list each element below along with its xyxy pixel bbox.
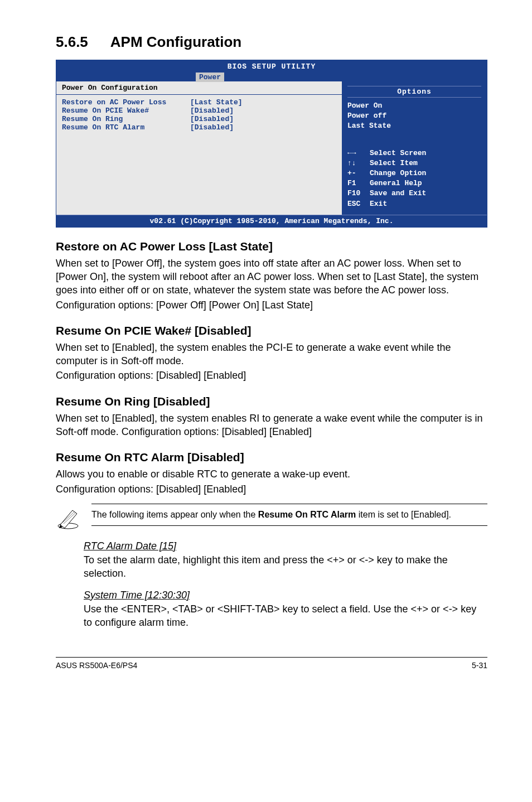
body-text: When set to [Power Off], the system goes… [56,257,487,297]
bios-row[interactable]: Resume On Ring [Disabled] [62,115,336,123]
note-bold: Resume On RTC Alarm [258,510,356,519]
bios-row-label: Restore on AC Power Loss [62,98,190,107]
bios-row[interactable]: Resume On RTC Alarm [Disabled] [62,123,336,132]
help-desc: General Help [370,178,422,189]
tab-power[interactable]: Power [196,73,224,82]
sub-item-body: To set the alarm date, highlight this it… [84,553,487,581]
bios-row-label: Resume On PCIE Wake# [62,107,190,115]
option-item: Last State [347,121,481,131]
bios-left-pane: Power On Configuration Restore on AC Pow… [56,81,342,215]
options-list: Power On Power off Last State [347,101,481,132]
help-key: F10 [347,189,370,199]
bios-footer: v02.61 (C)Copyright 1985-2010, American … [56,215,487,227]
bios-tabs: Power [56,73,487,81]
bios-row-value: [Disabled] [190,123,234,132]
help-key: F1 [347,178,370,189]
help-key: ↑↓ [347,158,370,168]
bios-right-pane: Options Power On Power off Last State ←→… [342,81,487,215]
note-callout: The following items appear only when the… [56,504,487,532]
help-desc: Exit [370,199,387,209]
bios-row-label: Resume On RTC Alarm [62,123,190,132]
left-panel-title: Power On Configuration [56,81,342,95]
subheading: Resume On Ring [Disabled] [56,395,487,408]
help-key: ESC [347,199,370,209]
body-text: When set to [Enabled], the system enable… [56,341,487,368]
bios-row-value: [Disabled] [190,115,234,123]
help-desc: Change Option [370,168,426,178]
options-header: Options [347,86,481,98]
section-number: 5.6.5 [56,33,88,51]
footer-left: ASUS RS500A-E6/PS4 [56,661,137,670]
body-text: When set to [Enabled], the system enable… [56,412,487,439]
note-text: The following items appear only when the… [91,504,487,526]
option-item: Power On [347,101,481,111]
note-text-a: The following items appear only when the [91,510,258,519]
bios-row-value: [Last State] [190,98,243,107]
bios-body: Power On Configuration Restore on AC Pow… [56,81,487,215]
option-item: Power off [347,111,481,121]
bios-row[interactable]: Resume On PCIE Wake# [Disabled] [62,107,336,115]
body-text: Configuration options: [Power Off] [Powe… [56,298,487,312]
footer-right: 5-31 [472,661,487,670]
bios-title: BIOS SETUP UTILITY [56,62,487,71]
sub-item-title: System Time [12:30:30] [84,590,487,601]
subheading: Resume On PCIE Wake# [Disabled] [56,324,487,337]
help-desc: Select Item [370,158,418,168]
help-key: +- [347,168,370,178]
bios-row-label: Resume On Ring [62,115,190,123]
help-legend: ←→Select Screen ↑↓Select Item +-Change O… [347,132,481,209]
page-footer: ASUS RS500A-E6/PS4 5-31 [56,657,487,670]
section-heading: 5.6.5APM Configuration [56,33,487,51]
bios-panel: BIOS SETUP UTILITY Power Power On Config… [56,60,487,228]
body-text: Configuration options: [Disabled] [Enabl… [56,482,487,496]
subheading: Resume On RTC Alarm [Disabled] [56,451,487,464]
help-desc: Save and Exit [370,189,426,199]
sub-item: System Time [12:30:30] Use the <ENTER>, … [84,590,487,630]
sub-item-body: Use the <ENTER>, <TAB> or <SHIFT-TAB> ke… [84,602,487,630]
sub-item-title: RTC Alarm Date [15] [84,540,487,552]
bios-row-value: [Disabled] [190,107,234,115]
pencil-note-icon [56,504,84,532]
body-text: Allows you to enable or disable RTC to g… [56,467,487,481]
bios-header: BIOS SETUP UTILITY Power [56,60,487,81]
bios-row[interactable]: Restore on AC Power Loss [Last State] [62,98,336,107]
sub-item: RTC Alarm Date [15] To set the alarm dat… [84,540,487,581]
note-text-b: item is set to [Enabled]. [356,510,451,519]
section-title-text: APM Configuration [110,33,241,50]
help-desc: Select Screen [370,148,426,158]
subheading: Restore on AC Power Loss [Last State] [56,240,487,253]
help-key: ←→ [347,148,370,158]
body-text: Configuration options: [Disabled] [Enabl… [56,369,487,382]
